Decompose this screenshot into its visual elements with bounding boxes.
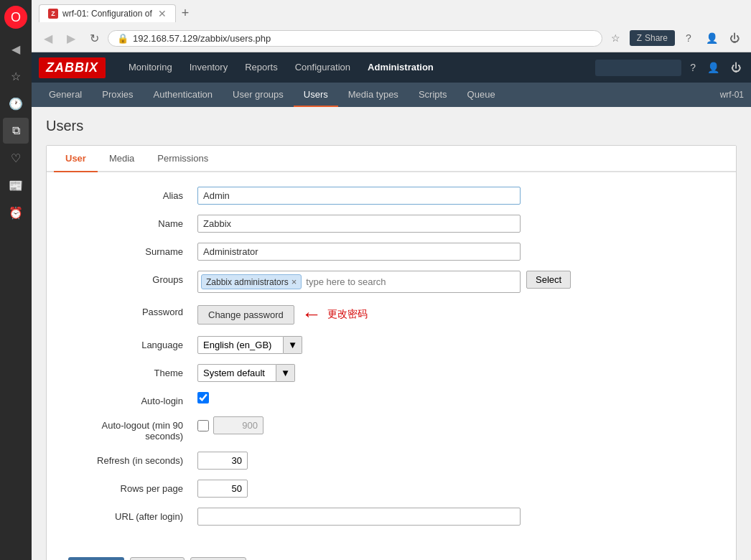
nav-inventory[interactable]: Inventory xyxy=(181,52,236,83)
opera-sidebar: O ◀ ☆ 🕐 ⧉ ♡ 📰 ⏰ xyxy=(0,0,32,560)
address-bar-url: 192.168.57.129/zabbix/users.php xyxy=(133,33,593,44)
browser-power-button[interactable]: ⏻ xyxy=(725,29,744,47)
delete-button[interactable]: Delete xyxy=(130,557,185,560)
header-power-button[interactable]: ⏻ xyxy=(728,59,744,76)
name-input[interactable] xyxy=(197,215,521,233)
header-user-button[interactable]: 👤 xyxy=(704,59,722,76)
nav-administration[interactable]: Administration xyxy=(359,52,442,83)
url-input[interactable] xyxy=(197,508,521,526)
autologin-row: Auto-login xyxy=(68,392,714,406)
sub-nav-scripts[interactable]: Scripts xyxy=(409,83,457,107)
browser-new-tab-button[interactable]: + xyxy=(182,6,190,21)
sidebar-news-btn[interactable]: 📰 xyxy=(3,172,29,198)
groups-inner: Zabbix administrators × xyxy=(201,274,517,289)
alias-input[interactable] xyxy=(197,187,521,205)
groups-container[interactable]: Zabbix administrators × xyxy=(197,271,521,293)
autologin-checkbox[interactable] xyxy=(197,392,209,403)
groups-row: Groups Zabbix administrators × Sel xyxy=(68,271,714,293)
browser-back-button[interactable]: ◀ xyxy=(39,29,57,47)
share-label: Share xyxy=(645,33,668,43)
favicon-letter: Z xyxy=(51,10,55,17)
surname-field xyxy=(197,243,714,261)
name-label: Name xyxy=(68,215,197,229)
rows-per-page-label: Rows per page xyxy=(68,480,197,494)
browser-refresh-button[interactable]: ↻ xyxy=(85,29,103,47)
theme-input[interactable] xyxy=(197,364,276,382)
groups-search-input[interactable] xyxy=(304,275,428,289)
url-field xyxy=(197,508,714,526)
nav-configuration[interactable]: Configuration xyxy=(286,52,359,83)
rows-per-page-input[interactable] xyxy=(197,480,248,498)
sidebar-bookmarks-btn[interactable]: ☆ xyxy=(3,63,29,89)
autologout-checkbox[interactable] xyxy=(197,420,209,431)
language-input[interactable] xyxy=(197,336,284,354)
zabbix-header: ZABBIX Monitoring Inventory Reports Conf… xyxy=(32,52,751,83)
sub-nav-proxies[interactable]: Proxies xyxy=(92,83,143,107)
group-tag-label: Zabbix administrators xyxy=(206,277,289,287)
address-bar-lock-icon: 🔒 xyxy=(117,33,129,44)
tab-permissions[interactable]: Permissions xyxy=(146,146,220,172)
name-row: Name xyxy=(68,215,714,233)
groups-field: Zabbix administrators × Select xyxy=(197,271,714,293)
language-label: Language xyxy=(68,336,197,350)
sidebar-history-btn[interactable]: 🕐 xyxy=(3,90,29,116)
update-button[interactable]: Update xyxy=(68,557,124,560)
nav-reports[interactable]: Reports xyxy=(236,52,286,83)
browser-forward-button[interactable]: ▶ xyxy=(62,29,80,47)
sub-nav-general[interactable]: General xyxy=(39,83,92,107)
sub-nav-user-groups[interactable]: User groups xyxy=(223,83,294,107)
header-search-input[interactable] xyxy=(595,60,681,76)
change-password-button[interactable]: Change password xyxy=(197,305,294,325)
header-question-button[interactable]: ? xyxy=(687,59,699,76)
page-content: Users User Media Permissions Alias xyxy=(32,107,751,560)
browser-controls: ◀ ▶ ↻ 🔒 192.168.57.129/zabbix/users.php … xyxy=(32,26,751,52)
sub-nav: General Proxies Authentication User grou… xyxy=(32,83,751,107)
language-field: ▼ xyxy=(197,336,714,354)
autologout-label: Auto-logout (min 90 seconds) xyxy=(68,416,197,442)
surname-input[interactable] xyxy=(197,243,521,261)
groups-label: Groups xyxy=(68,271,197,285)
refresh-field xyxy=(197,452,714,470)
refresh-label: Refresh (in seconds) xyxy=(68,452,197,466)
tab-media[interactable]: Media xyxy=(98,146,146,172)
groups-select-button[interactable]: Select xyxy=(526,271,571,289)
form-body: Alias Name Surname xyxy=(47,172,736,550)
sub-nav-media-types[interactable]: Media types xyxy=(338,83,409,107)
browser-tab[interactable]: Z wrf-01: Configuration of ✕ xyxy=(39,4,176,22)
sidebar-back-btn[interactable]: ◀ xyxy=(3,36,29,62)
nav-monitoring[interactable]: Monitoring xyxy=(120,52,181,83)
language-row: Language ▼ xyxy=(68,336,714,354)
language-select-container: ▼ xyxy=(197,336,714,354)
browser-share-button[interactable]: Z Share xyxy=(630,30,675,46)
browser-tab-favicon: Z xyxy=(48,9,58,19)
group-tag-remove-button[interactable]: × xyxy=(291,276,297,287)
name-field xyxy=(197,215,714,233)
browser-profile-button[interactable]: 👤 xyxy=(702,29,721,47)
alias-field xyxy=(197,187,714,205)
browser-bookmark-button[interactable]: ☆ xyxy=(607,29,625,47)
sub-nav-authentication[interactable]: Authentication xyxy=(144,83,223,107)
theme-label: Theme xyxy=(68,364,197,378)
share-icon: Z xyxy=(637,33,642,43)
refresh-row: Refresh (in seconds) xyxy=(68,452,714,470)
browser-help-button[interactable]: ? xyxy=(679,29,698,47)
autologout-input[interactable] xyxy=(213,416,263,434)
annotation-area: ← 更改密码 xyxy=(302,303,368,326)
browser-tab-close[interactable]: ✕ xyxy=(158,8,167,19)
sidebar-grid-btn[interactable]: ⧉ xyxy=(3,118,29,144)
sidebar-heart-btn[interactable]: ♡ xyxy=(3,145,29,171)
hostname: wrf-01 xyxy=(720,90,744,100)
cancel-button[interactable]: Cancel xyxy=(190,557,246,560)
sub-nav-queue[interactable]: Queue xyxy=(457,83,505,107)
url-row: URL (after login) xyxy=(68,508,714,526)
sub-nav-users[interactable]: Users xyxy=(294,83,338,107)
sidebar-clock-btn[interactable]: ⏰ xyxy=(3,200,29,225)
theme-select-container: ▼ xyxy=(197,364,714,382)
refresh-input[interactable] xyxy=(197,452,248,470)
autologout-row: Auto-logout (min 90 seconds) xyxy=(68,416,714,442)
tab-user[interactable]: User xyxy=(54,146,98,172)
language-dropdown-button[interactable]: ▼ xyxy=(284,336,302,354)
address-bar[interactable]: 🔒 192.168.57.129/zabbix/users.php xyxy=(108,30,602,47)
theme-dropdown-button[interactable]: ▼ xyxy=(276,364,295,382)
group-tag-zabbix-admins: Zabbix administrators × xyxy=(201,274,302,289)
